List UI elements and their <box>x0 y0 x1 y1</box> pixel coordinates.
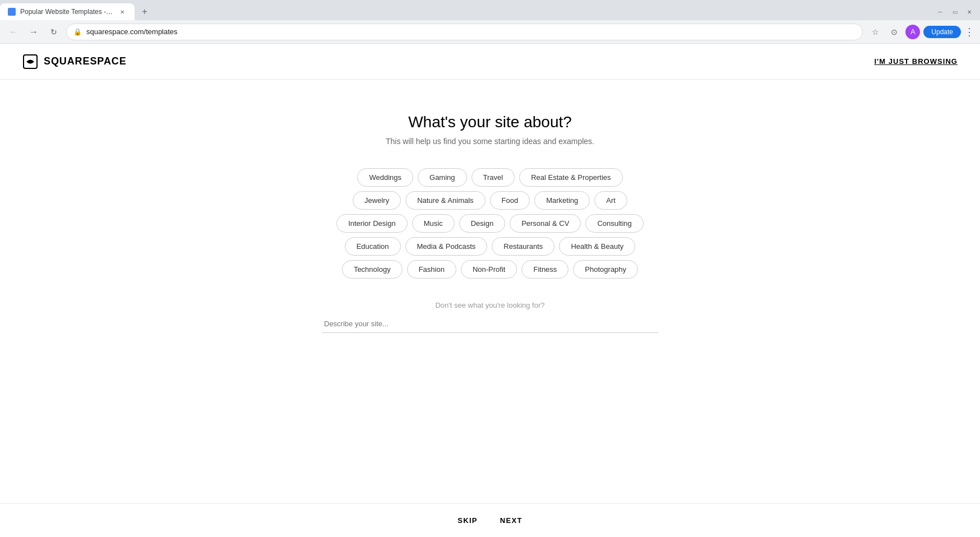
category-media-podcasts[interactable]: Media & Podcasts <box>405 237 488 256</box>
category-non-profit[interactable]: Non-Profit <box>461 260 517 279</box>
tab-bar-right: ─ ▭ ✕ <box>935 7 980 17</box>
category-nature-animals[interactable]: Nature & Animals <box>405 191 485 210</box>
category-travel[interactable]: Travel <box>471 168 515 187</box>
browser-controls: ← → ↻ 🔒 squarespace.com/templates ☆ ⊙ A … <box>0 20 980 44</box>
profile-sync-icon[interactable]: ⊙ <box>886 24 902 40</box>
im-just-browsing-button[interactable]: I'M JUST BROWSING <box>874 57 958 66</box>
restore-button[interactable]: ▭ <box>950 7 960 17</box>
category-education[interactable]: Education <box>345 237 401 256</box>
category-restaurants[interactable]: Restaurants <box>492 237 554 256</box>
category-row-3: Interior Design Music Design Personal & … <box>336 214 644 233</box>
category-jewelry[interactable]: Jewelry <box>353 191 401 210</box>
browser-chrome: Popular Website Templates - Po... ✕ + ─ … <box>0 0 980 44</box>
profile-avatar[interactable]: A <box>905 25 920 39</box>
squarespace-logo-icon <box>22 54 38 70</box>
tab-bar: Popular Website Templates - Po... ✕ + ─ … <box>0 0 980 20</box>
forward-button[interactable]: → <box>26 24 41 40</box>
browser-tab[interactable]: Popular Website Templates - Po... ✕ <box>0 3 135 20</box>
back-button[interactable]: ← <box>6 24 21 40</box>
squarespace-logo: SQUARESPACE <box>22 54 127 70</box>
dont-see-label: Don't see what you're looking for? <box>322 301 658 309</box>
page-subtitle: This will help us find you some starting… <box>386 137 594 146</box>
category-row-4: Education Media & Podcasts Restaurants H… <box>345 237 636 256</box>
tab-close-button[interactable]: ✕ <box>118 7 127 16</box>
category-design[interactable]: Design <box>459 214 505 233</box>
category-personal-cv[interactable]: Personal & CV <box>510 214 581 233</box>
update-button[interactable]: Update <box>923 26 961 38</box>
category-row-5: Technology Fashion Non-Profit Fitness Ph… <box>342 260 638 279</box>
category-interior-design[interactable]: Interior Design <box>336 214 408 233</box>
category-weddings[interactable]: Weddings <box>357 168 413 187</box>
reload-button[interactable]: ↻ <box>46 24 62 40</box>
category-marketing[interactable]: Marketing <box>534 191 590 210</box>
page-title: What's your site about? <box>408 113 572 131</box>
close-button[interactable]: ✕ <box>964 7 974 17</box>
category-row-1: Weddings Gaming Travel Real Estate & Pro… <box>357 168 622 187</box>
category-fitness[interactable]: Fitness <box>521 260 568 279</box>
category-music[interactable]: Music <box>412 214 455 233</box>
lock-icon: 🔒 <box>73 28 82 36</box>
category-gaming[interactable]: Gaming <box>418 168 467 187</box>
category-fashion[interactable]: Fashion <box>407 260 456 279</box>
logo-text: SQUARESPACE <box>44 55 127 67</box>
category-food[interactable]: Food <box>490 191 530 210</box>
category-technology[interactable]: Technology <box>342 260 403 279</box>
url-text: squarespace.com/templates <box>86 27 856 36</box>
bottom-navigation: SKIP NEXT <box>0 503 980 537</box>
category-row-2: Jewelry Nature & Animals Food Marketing … <box>353 191 627 210</box>
tab-title: Popular Website Templates - Po... <box>20 8 113 16</box>
page-content: SQUARESPACE I'M JUST BROWSING What's you… <box>0 44 980 537</box>
next-button[interactable]: NEXT <box>500 516 523 525</box>
skip-button[interactable]: SKIP <box>457 516 478 525</box>
category-health-beauty[interactable]: Health & Beauty <box>559 237 635 256</box>
browser-actions: ☆ ⊙ A Update ⋮ <box>867 24 974 40</box>
category-art[interactable]: Art <box>594 191 627 210</box>
new-tab-button[interactable]: + <box>137 4 152 20</box>
main-content: What's your site about? This will help u… <box>0 80 980 389</box>
describe-section: Don't see what you're looking for? <box>322 301 658 333</box>
categories-container: Weddings Gaming Travel Real Estate & Pro… <box>316 168 664 283</box>
browser-menu-button[interactable]: ⋮ <box>964 26 974 38</box>
category-photography[interactable]: Photography <box>573 260 638 279</box>
tab-favicon <box>8 8 16 16</box>
site-header: SQUARESPACE I'M JUST BROWSING <box>0 44 980 80</box>
minimize-button[interactable]: ─ <box>935 7 945 17</box>
bookmark-icon[interactable]: ☆ <box>867 24 883 40</box>
describe-input[interactable] <box>322 315 658 333</box>
category-consulting[interactable]: Consulting <box>585 214 643 233</box>
address-bar[interactable]: 🔒 squarespace.com/templates <box>66 24 863 40</box>
category-real-estate[interactable]: Real Estate & Properties <box>519 168 622 187</box>
